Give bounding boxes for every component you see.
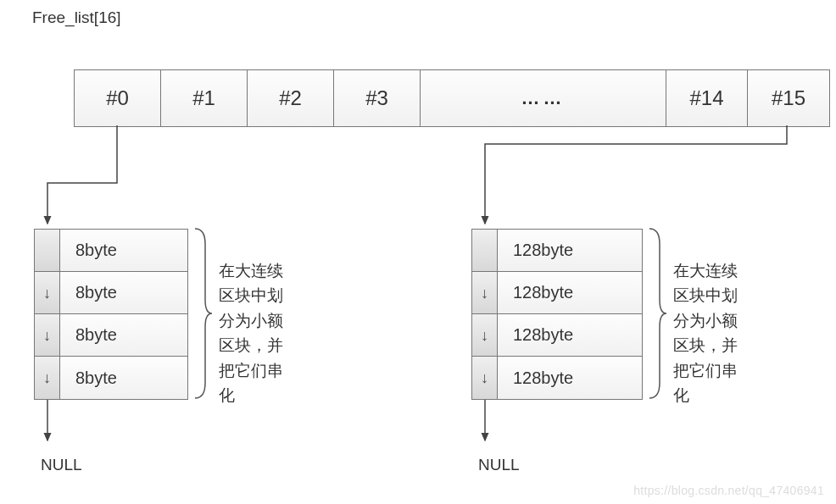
watermark: https://blog.csdn.net/qq_47406941: [633, 484, 824, 497]
null-label-15: NULL: [478, 456, 520, 474]
arrow-list15-to-null: [0, 0, 836, 504]
